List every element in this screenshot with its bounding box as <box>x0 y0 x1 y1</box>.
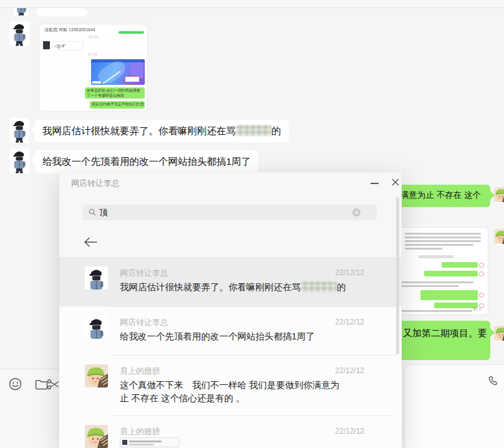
result-message: 这个真做不下来 我们不一样哈 我们是要做到你满意为止 不存在 这个信心还是有的 … <box>120 379 343 405</box>
emoji-icon <box>8 377 22 391</box>
avatar-contact[interactable] <box>9 21 29 46</box>
chat-history-image[interactable]: 顶航苑 何毅 13953051644 10:54 ◁)) 4" 17:02 效果… <box>39 24 148 112</box>
history-green-bubble-1: 效果蛮好的,你们一周时间就调整了一个专题和受众画面 <box>85 87 145 99</box>
voice-message-bubble: ◁)) 4" <box>52 41 84 51</box>
dialog-scrollbar[interactable] <box>396 197 399 354</box>
search-result-row[interactable]: 网店转让李总 22/12/12 给我改一个先顶着用的改一个网站抬头都搞1周了 <box>59 307 402 355</box>
search-value: 顶 <box>99 207 108 218</box>
back-arrow-icon <box>83 236 98 248</box>
boy-avatar-icon <box>9 21 29 46</box>
avatar-self[interactable] <box>494 229 504 245</box>
result-avatar <box>85 364 108 387</box>
mini-call-icons: ✆ ○ <box>473 306 482 312</box>
result-name: 网店转让李总 <box>120 268 168 279</box>
history-time-1: 10:54 <box>89 35 98 39</box>
boy-avatar-icon <box>9 149 29 173</box>
result-date: 22/12/12 <box>335 268 364 277</box>
close-icon <box>392 178 399 186</box>
progress-bar <box>119 31 144 34</box>
partial-message-bubble <box>36 8 87 16</box>
voice-duration: 4" <box>62 44 65 48</box>
voice-call-icon <box>486 375 499 388</box>
search-result-row[interactable]: 网店转让李总 22/12/12 我网店估计很快就要弄了。你看嘛刚刚还在骂的 <box>59 258 402 306</box>
redaction-blur <box>301 281 337 292</box>
wechat-app: { "colors":{"chat_bg":"#f5f5f5","bubble_… <box>0 0 504 448</box>
clear-search-button[interactable] <box>352 208 361 217</box>
avatar-self[interactable] <box>494 326 504 342</box>
boy-avatar-icon <box>85 316 108 339</box>
emoji-button[interactable] <box>8 377 22 391</box>
baby-avatar-icon <box>494 229 504 244</box>
mini-avatar <box>43 41 50 49</box>
avatar-contact[interactable] <box>9 118 29 143</box>
quoted-record-thumbnail <box>120 437 180 447</box>
message-text: 又加第二期项目。要 <box>403 328 487 339</box>
result-avatar <box>85 316 108 339</box>
message-text: 我网店估计很快就要弄了。你看嘛刚刚还在骂 <box>42 125 236 136</box>
close-button[interactable] <box>389 176 402 188</box>
message-text: 满意为止 不存在 这个 <box>400 190 481 201</box>
avatar-partial-top[interactable] <box>14 8 29 16</box>
search-input[interactable]: 顶 <box>83 205 377 220</box>
search-dialog: 网店转让李总 顶 网店转让李总 22/12/12 我网店估计很快就要弄了。你看嘛… <box>59 172 402 448</box>
minimize-button[interactable] <box>368 177 382 188</box>
baby-avatar-icon <box>494 326 504 341</box>
result-date: 22/12/12 <box>335 366 364 375</box>
search-icon <box>89 208 96 216</box>
window-top-strip <box>0 0 504 8</box>
result-name: 肩上的翅膀 <box>120 366 160 377</box>
search-results-list: 网店转让李总 22/12/12 我网店估计很快就要弄了。你看嘛刚刚还在骂的 网店… <box>59 257 402 448</box>
clear-icon <box>354 210 359 215</box>
baby-avatar-icon <box>85 364 108 387</box>
result-avatar <box>85 266 108 290</box>
dialog-title: 网店转让李总 <box>71 178 120 189</box>
ellipsis-decor: ·· · · <box>283 440 301 446</box>
result-avatar <box>85 425 108 448</box>
message-text: 给我改一个先顶着用的改一个网站抬头都搞1周了 <box>42 156 251 167</box>
message-bubble[interactable]: 我网店估计很快就要弄了。你看嘛刚刚还在骂的 <box>35 120 289 142</box>
history-time-2: 17:02 <box>88 52 97 56</box>
result-message: 给我改一个先顶着用的改一个网站抬头都搞1周了 <box>120 330 315 343</box>
boy-avatar-icon <box>14 8 29 16</box>
history-green-bubble-2: 现在没约单子肯定不给你们打扰了,大干一场了 <box>90 101 145 109</box>
history-card-header: 顶航苑 何毅 13953051644 <box>44 27 95 33</box>
voice-call-button[interactable] <box>486 375 499 388</box>
result-message: 我网店估计很快就要弄了。你看嘛刚刚还在骂的 <box>120 281 346 294</box>
boy-avatar-icon <box>9 118 29 143</box>
message-bubble[interactable]: 给我改一个先顶着用的改一个网站抬头都搞1周了 <box>35 150 258 173</box>
toolbar-divider <box>0 369 60 369</box>
result-date: 22/12/12 <box>335 318 364 326</box>
result-name: 肩上的翅膀 <box>120 426 160 437</box>
result-date: 22/12/12 <box>335 427 364 436</box>
result-name: 网店转让李总 <box>120 317 168 328</box>
search-result-row[interactable]: 肩上的翅膀 22/12/12 ·· · · <box>59 416 402 448</box>
baby-avatar-icon <box>85 425 108 448</box>
avatar-contact[interactable] <box>9 149 29 173</box>
baby-avatar-icon <box>494 187 504 202</box>
avatar-self[interactable] <box>494 187 504 203</box>
message-text: 的 <box>337 282 346 292</box>
screenshot-thumbnail <box>91 59 145 85</box>
search-result-row[interactable]: 肩上的翅膀 22/12/12 这个真做不下来 我们不一样哈 我们是要做到你满意为… <box>59 356 402 416</box>
message-text: 我网店估计很快就要弄了。你看嘛刚刚还在骂 <box>120 282 301 292</box>
message-text: 的 <box>271 125 281 136</box>
back-button[interactable] <box>83 236 99 250</box>
redaction-blur <box>236 125 271 136</box>
boy-avatar-icon <box>85 266 108 290</box>
minimize-icon <box>371 183 379 184</box>
